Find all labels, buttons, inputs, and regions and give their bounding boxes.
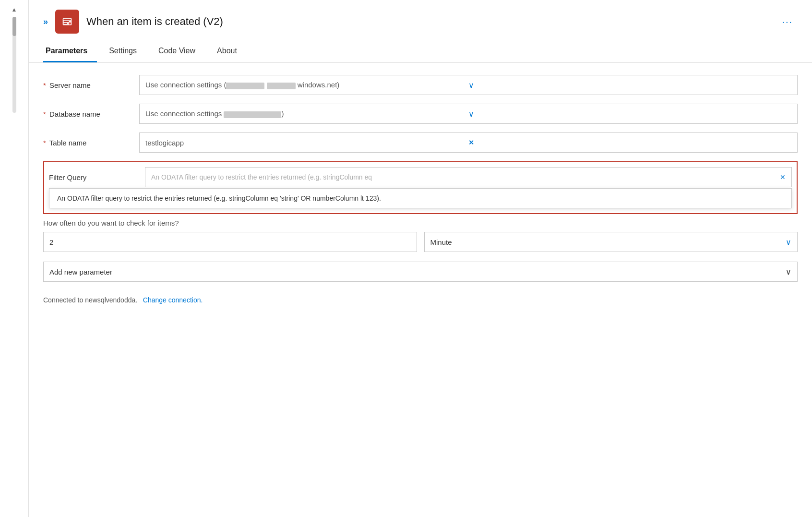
table-name-row: * Table name testlogicapp ✕ [43, 132, 798, 153]
server-name-value: Use connection settings ( windows.net) [145, 81, 468, 89]
required-indicator-db: * [43, 110, 46, 118]
tabs-container: Parameters Settings Code View About [29, 41, 812, 63]
required-indicator: * [43, 81, 46, 89]
filter-query-placeholder: An ODATA filter query to restrict the en… [151, 173, 780, 181]
connection-info: Connected to newsqlvendodda. Change conn… [43, 291, 798, 309]
scroll-up-button[interactable]: ▲ [10, 5, 19, 14]
tab-about[interactable]: About [215, 41, 247, 62]
card-header: » When an item is created (V2) ··· [29, 0, 812, 41]
card-title: When an item is created (V2) [86, 15, 777, 28]
required-indicator-table: * [43, 139, 46, 147]
interval-input[interactable] [43, 232, 417, 252]
tab-parameters[interactable]: Parameters [43, 41, 97, 62]
svg-rect-2 [64, 19, 71, 20]
database-name-row: * Database name Use connection settings … [43, 104, 798, 124]
server-name-row: * Server name Use connection settings ( … [43, 75, 798, 95]
add-parameter-arrow: ∨ [786, 267, 791, 277]
frequency-value: Minute [430, 238, 452, 246]
frequency-select[interactable]: Minute ∨ [424, 232, 798, 252]
server-name-dropdown-arrow[interactable]: ∨ [468, 81, 791, 90]
table-name-value: testlogicapp [145, 139, 468, 147]
database-name-dropdown-arrow[interactable]: ∨ [468, 109, 791, 119]
filter-query-label: Filter Query [49, 173, 145, 181]
sidebar: ▲ [0, 0, 29, 517]
expand-collapse-button[interactable]: » [43, 17, 48, 27]
form-body: * Server name Use connection settings ( … [29, 75, 812, 309]
add-parameter-row[interactable]: Add new parameter ∨ [43, 262, 798, 282]
connector-icon [55, 10, 79, 34]
svg-rect-3 [64, 21, 69, 22]
server-name-input[interactable]: Use connection settings ( windows.net) ∨ [139, 75, 798, 95]
interval-row: Minute ∨ [43, 232, 798, 252]
server-name-control: Use connection settings ( windows.net) ∨ [139, 75, 798, 95]
database-name-label: * Database name [43, 110, 139, 118]
tab-code-view[interactable]: Code View [156, 41, 205, 62]
database-name-value: Use connection settings ) [145, 109, 468, 118]
filter-query-clear-icon[interactable]: ✕ [780, 173, 786, 181]
table-name-input[interactable]: testlogicapp ✕ [139, 132, 798, 153]
table-name-label: * Table name [43, 139, 139, 147]
filter-query-tooltip: An ODATA filter query to restrict the en… [49, 188, 792, 208]
filter-query-input[interactable]: An ODATA filter query to restrict the en… [145, 167, 792, 187]
add-parameter-label: Add new parameter [49, 268, 112, 276]
change-connection-link[interactable]: Change connection. [143, 296, 203, 304]
server-name-label: * Server name [43, 81, 139, 89]
frequency-dropdown-arrow[interactable]: ∨ [786, 238, 791, 247]
table-name-control: testlogicapp ✕ [139, 132, 798, 153]
main-content: » When an item is created (V2) ··· Param… [29, 0, 812, 517]
database-name-blurred [224, 111, 281, 118]
filter-query-row: Filter Query An ODATA filter query to re… [49, 167, 792, 187]
svg-point-5 [69, 22, 72, 25]
more-options-button[interactable]: ··· [777, 14, 798, 30]
connected-label: Connected to newsqlvendodda. [43, 296, 137, 304]
how-often-label: How often do you want to check for items… [43, 219, 798, 227]
tab-settings[interactable]: Settings [107, 41, 146, 62]
filter-query-control: An ODATA filter query to restrict the en… [145, 167, 792, 187]
database-name-control: Use connection settings ) ∨ [139, 104, 798, 124]
scrollbar-track [12, 17, 16, 113]
database-name-input[interactable]: Use connection settings ) ∨ [139, 104, 798, 124]
filter-query-container: Filter Query An ODATA filter query to re… [43, 161, 798, 214]
scrollbar-thumb[interactable] [12, 17, 16, 36]
server-name-blurred-1 [226, 83, 264, 89]
table-name-clear-icon[interactable]: ✕ [468, 139, 791, 146]
server-name-blurred-2 [267, 83, 296, 89]
svg-rect-4 [64, 23, 68, 24]
